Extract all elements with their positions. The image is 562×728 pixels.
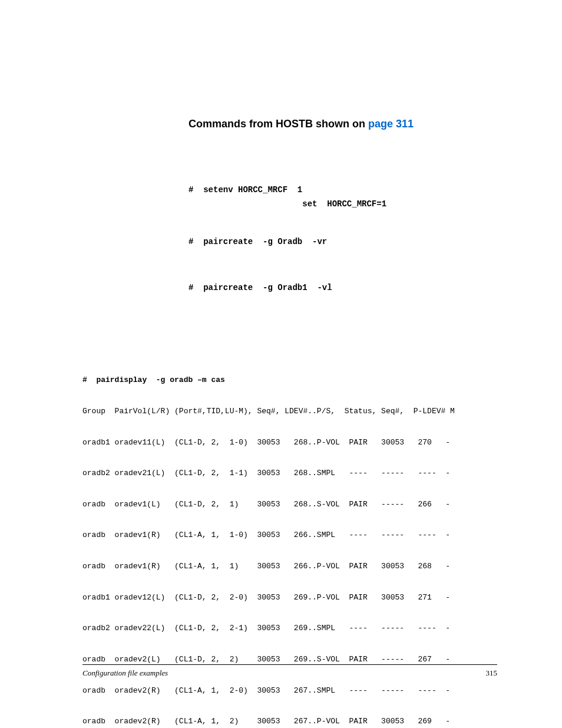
footer-page-number: 315 bbox=[486, 668, 498, 678]
table-row: oradb oradev2(R) (CL1-A, 1, 2-0) 30053 2… bbox=[82, 686, 480, 696]
table-row: oradb oradev1(L) (CL1-D, 2, 1) 30053 268… bbox=[82, 499, 480, 510]
table-row: oradb1 oradev11(L) (CL1-D, 2, 1-0) 30053… bbox=[82, 437, 480, 448]
command-paircreate-vr: # paircreate -g Oradb -vr bbox=[189, 235, 480, 249]
heading-link[interactable]: page 311 bbox=[368, 118, 414, 130]
command-block-paircreate-vl: # paircreate -g Oradb1 -vl bbox=[189, 281, 480, 295]
footer-divider bbox=[82, 664, 497, 665]
table-row: oradb2 oradev21(L) (CL1-D, 2, 1-1) 30053… bbox=[82, 468, 480, 479]
command-block-paircreate-vr: # paircreate -g Oradb -vr bbox=[189, 235, 480, 249]
table-row: oradb oradev2(R) (CL1-A, 1, 2) 30053 267… bbox=[82, 716, 480, 727]
footer-section-title: Configuration file examples bbox=[82, 668, 168, 678]
command-paircreate-vl: # paircreate -g Oradb1 -vl bbox=[189, 281, 480, 295]
table-row: oradb oradev1(R) (CL1-A, 1, 1) 30053 266… bbox=[82, 561, 480, 572]
table-row: oradb1 oradev12(L) (CL1-D, 2, 2-0) 30053… bbox=[82, 592, 480, 603]
table-row: oradb2 oradev22(L) (CL1-D, 2, 2-1) 30053… bbox=[82, 623, 480, 634]
pairdisplay-header: Group PairVol(L/R) (Port#,TID,LU-M), Seq… bbox=[82, 406, 480, 417]
pairdisplay-command: # pairdisplay -g oradb –m cas bbox=[82, 375, 480, 386]
page-footer: Configuration file examples 315 bbox=[82, 664, 497, 678]
table-row: oradb oradev1(R) (CL1-A, 1, 1-0) 30053 2… bbox=[82, 530, 480, 541]
section-heading: Commands from HOSTB shown on page 311 bbox=[189, 118, 480, 130]
command-block-setenv: # setenv HORCC_MRCF 1 set HORCC_MRCF=1 bbox=[189, 183, 480, 212]
heading-prefix: Commands from HOSTB shown on bbox=[189, 118, 368, 130]
command-set: set HORCC_MRCF=1 bbox=[189, 197, 480, 212]
table-row: oradb oradev2(L) (CL1-D, 2, 2) 30053 269… bbox=[82, 654, 480, 665]
command-setenv: # setenv HORCC_MRCF 1 bbox=[189, 183, 480, 197]
